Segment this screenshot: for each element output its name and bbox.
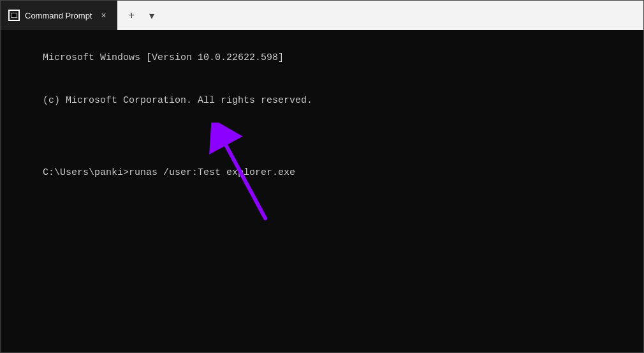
title-bar: Command Prompt × + ▾	[1, 1, 643, 30]
terminal-line-4: C:\Users\panki>runas /user:Test explorer…	[43, 167, 295, 178]
tab-actions: + ▾	[117, 1, 166, 30]
dropdown-button[interactable]: ▾	[143, 6, 161, 24]
tab-area: Command Prompt × + ▾	[1, 1, 643, 30]
active-tab[interactable]: Command Prompt ×	[1, 1, 117, 30]
terminal-output: Microsoft Windows [Version 10.0.22622.59…	[8, 36, 636, 195]
window: Command Prompt × + ▾ Microsoft Windows […	[0, 0, 644, 353]
cmd-icon	[8, 10, 20, 21]
tab-label: Command Prompt	[25, 11, 92, 20]
terminal-line-2: (c) Microsoft Corporation. All rights re…	[43, 95, 312, 106]
terminal-body[interactable]: Microsoft Windows [Version 10.0.22622.59…	[1, 30, 643, 352]
close-tab-button[interactable]: ×	[97, 9, 110, 22]
new-tab-button[interactable]: +	[122, 6, 140, 24]
terminal-line-1: Microsoft Windows [Version 10.0.22622.59…	[43, 52, 284, 63]
